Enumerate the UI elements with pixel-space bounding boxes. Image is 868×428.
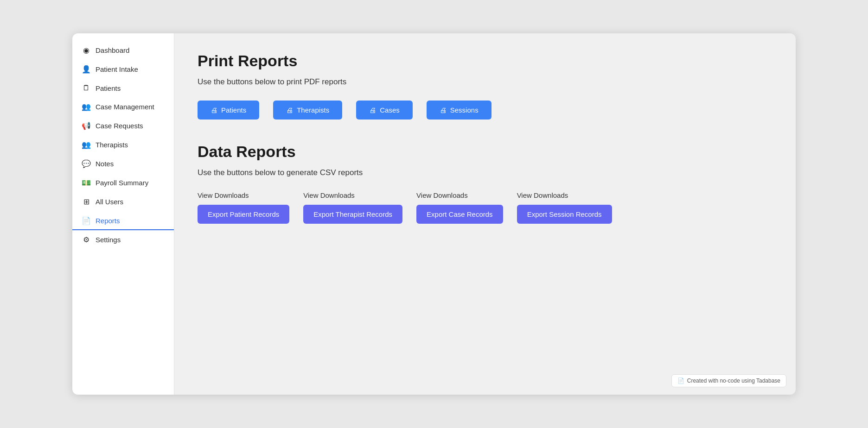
sidebar-item-case-management[interactable]: 👥Case Management [72,97,174,116]
settings-icon: ⚙ [82,235,91,244]
patient-intake-icon: 👤 [82,65,91,74]
print-sessions-print-icon: 🖨 [440,106,447,114]
export-therapist-records-button[interactable]: Export Therapist Records [303,205,402,224]
sidebar-label-settings: Settings [96,236,121,244]
print-reports-title: Print Reports [198,52,772,70]
sidebar-item-notes[interactable]: 💬Notes [72,154,174,173]
sidebar-label-dashboard: Dashboard [96,46,129,54]
print-therapists-button[interactable]: 🖨Therapists [273,101,342,120]
therapists-icon: 👥 [82,140,91,149]
print-patients-label: Patients [221,106,246,114]
export-case-records-view-downloads[interactable]: View Downloads [416,191,503,199]
print-sessions-label: Sessions [450,106,479,114]
footer-badge: 📄 Created with no-code using Tadabase [671,374,786,387]
print-therapists-print-icon: 🖨 [286,106,293,114]
print-cases-button[interactable]: 🖨Cases [356,101,413,120]
export-session-records-button[interactable]: Export Session Records [517,205,612,224]
print-sessions-button[interactable]: 🖨Sessions [427,101,491,120]
export-patient-records-view-downloads[interactable]: View Downloads [198,191,289,199]
data-reports-subtitle: Use the buttons below to generate CSV re… [198,168,772,177]
print-patients-button[interactable]: 🖨Patients [198,101,259,120]
payroll-summary-icon: 💵 [82,178,91,187]
data-reports-title: Data Reports [198,143,772,161]
reports-icon: 📄 [82,216,91,225]
sidebar-label-patient-intake: Patient Intake [96,65,138,73]
main-content: Print Reports Use the buttons below to p… [174,33,796,395]
print-patients-print-icon: 🖨 [211,106,217,114]
print-cases-print-icon: 🖨 [369,106,376,114]
sidebar-label-notes: Notes [96,160,114,168]
sidebar-label-payroll-summary: Payroll Summary [96,179,148,187]
export-case-records-card: View DownloadsExport Case Records [416,191,503,224]
sidebar: ◉Dashboard👤Patient Intake🗒Patients👥Case … [72,33,174,395]
sidebar-item-all-users[interactable]: ⊞All Users [72,192,174,211]
footer-text: Created with no-code using Tadabase [687,378,780,384]
sidebar-label-case-requests: Case Requests [96,122,143,130]
print-buttons-row: 🖨Patients🖨Therapists🖨Cases🖨Sessions [198,101,772,120]
print-therapists-label: Therapists [297,106,329,114]
sidebar-label-case-management: Case Management [96,103,154,111]
notes-icon: 💬 [82,159,91,168]
sidebar-item-patients[interactable]: 🗒Patients [72,79,174,97]
patients-icon: 🗒 [82,84,91,92]
export-patient-records-button[interactable]: Export Patient Records [198,205,289,224]
export-cards-row: View DownloadsExport Patient RecordsView… [198,191,772,224]
data-reports-section: Data Reports Use the buttons below to ge… [198,143,772,224]
sidebar-label-therapists: Therapists [96,141,128,149]
case-management-icon: 👥 [82,102,91,111]
print-cases-label: Cases [380,106,400,114]
sidebar-item-payroll-summary[interactable]: 💵Payroll Summary [72,173,174,192]
sidebar-label-patients: Patients [96,84,121,92]
export-therapist-records-card: View DownloadsExport Therapist Records [303,191,402,224]
sidebar-item-case-requests[interactable]: 📢Case Requests [72,116,174,135]
sidebar-item-dashboard[interactable]: ◉Dashboard [72,41,174,60]
export-session-records-card: View DownloadsExport Session Records [517,191,612,224]
export-therapist-records-view-downloads[interactable]: View Downloads [303,191,402,199]
all-users-icon: ⊞ [82,197,91,206]
sidebar-item-therapists[interactable]: 👥Therapists [72,135,174,154]
app-container: ◉Dashboard👤Patient Intake🗒Patients👥Case … [72,33,796,395]
case-requests-icon: 📢 [82,121,91,130]
sidebar-item-reports[interactable]: 📄Reports [72,211,174,230]
sidebar-item-patient-intake[interactable]: 👤Patient Intake [72,60,174,79]
sidebar-item-settings[interactable]: ⚙Settings [72,230,174,249]
export-session-records-view-downloads[interactable]: View Downloads [517,191,612,199]
sidebar-label-reports: Reports [96,217,120,225]
export-case-records-button[interactable]: Export Case Records [416,205,503,224]
dashboard-icon: ◉ [82,46,91,55]
footer-icon: 📄 [677,378,684,384]
sidebar-label-all-users: All Users [96,198,123,206]
export-patient-records-card: View DownloadsExport Patient Records [198,191,289,224]
print-reports-subtitle: Use the buttons below to print PDF repor… [198,77,772,87]
